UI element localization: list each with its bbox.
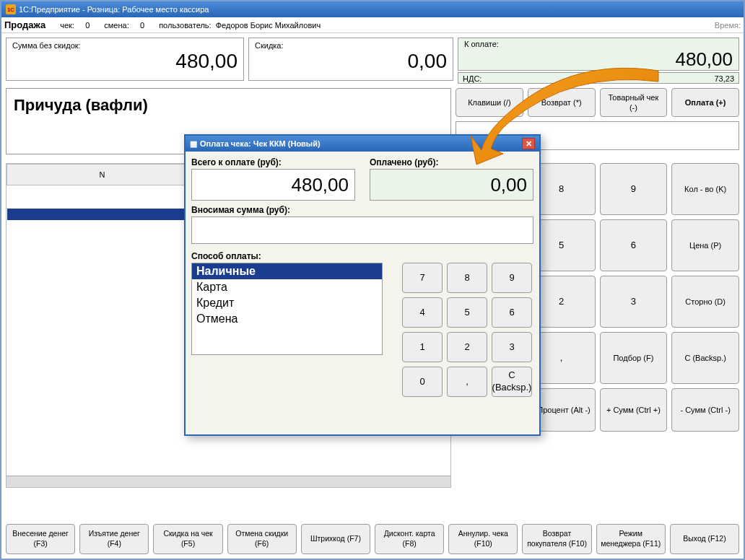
method-card[interactable]: Карта bbox=[192, 279, 382, 295]
fn-Отмена-скидки-F6-[interactable]: Отмена скидки (F6) bbox=[227, 524, 297, 554]
dialog-title-bar[interactable]: ▦ Оплата чека: Чек ККМ (Новый) ✕ bbox=[186, 136, 539, 152]
method-cancel[interactable]: Отмена bbox=[192, 311, 382, 327]
mkey-C-Backsp-[interactable]: C (Backsp.) bbox=[492, 367, 532, 397]
keypad-C-Backsp-[interactable]: C (Backsp.) bbox=[671, 332, 739, 384]
method-credit[interactable]: Кредит bbox=[192, 295, 382, 311]
mode-label: Продажа bbox=[4, 19, 45, 30]
fn-Аннулир-чека-F10-[interactable]: Аннулир. чека (F10) bbox=[448, 524, 518, 554]
mkey-7[interactable]: 7 bbox=[402, 263, 443, 293]
mkey-4[interactable]: 4 bbox=[402, 297, 443, 328]
top-action-buttons: Клавиши (/) Возврат (*) Товарный чек (-)… bbox=[456, 88, 739, 117]
keypad-9[interactable]: 9 bbox=[600, 163, 668, 215]
mkey-0[interactable]: 0 bbox=[402, 367, 443, 397]
pay-button[interactable]: Оплата (+) bbox=[671, 88, 739, 117]
payment-method-list[interactable]: Наличные Карта Кредит Отмена bbox=[191, 263, 383, 355]
discount-box: Скидка: 0,00 bbox=[248, 38, 453, 81]
mkey-3[interactable]: 3 bbox=[492, 332, 532, 362]
keypad--D-[interactable]: Сторно (D) bbox=[671, 276, 739, 328]
receipt-button[interactable]: Товарный чек (-) bbox=[600, 88, 668, 117]
method-cash[interactable]: Наличные bbox=[192, 263, 382, 279]
time-label: Время: bbox=[715, 21, 741, 30]
mkey-2[interactable]: 2 bbox=[447, 332, 487, 362]
return-button[interactable]: Возврат (*) bbox=[528, 88, 596, 117]
keypad-6[interactable]: 6 bbox=[600, 219, 668, 271]
mkey-8[interactable]: 8 bbox=[447, 263, 487, 293]
fn-Скидка-на-чек-F5-[interactable]: Скидка на чек (F5) bbox=[153, 524, 222, 554]
keys-button[interactable]: Клавиши (/) bbox=[456, 88, 523, 117]
close-icon[interactable]: ✕ bbox=[522, 138, 535, 149]
nds-row: НДС: 73,23 bbox=[458, 72, 739, 84]
fn-Режим-менеджера-F11-[interactable]: Режим менеджера (F11) bbox=[596, 524, 666, 554]
modal-keypad: 7894561230,C (Backsp.) bbox=[402, 263, 532, 397]
total-input[interactable] bbox=[191, 169, 355, 201]
keypad--Ctrl-[interactable]: + Сумм (Ctrl +) bbox=[600, 388, 668, 432]
mkey-6[interactable]: 6 bbox=[492, 297, 532, 328]
info-bar: Продажа чек: 0 смена: 0 пользователь: Фе… bbox=[1, 17, 744, 33]
mkey-9[interactable]: 9 bbox=[492, 263, 532, 293]
sum-no-discount-box: Сумма без скидок: 480,00 bbox=[6, 38, 244, 81]
mkey-5[interactable]: 5 bbox=[447, 297, 487, 328]
fn-Выход-F12-[interactable]: Выход (F12) bbox=[670, 524, 739, 554]
mkey--[interactable]: , bbox=[447, 367, 487, 397]
fn-Внесение-денег-F3-[interactable]: Внесение денег (F3) bbox=[6, 524, 75, 554]
keypad--P-[interactable]: Цена (P) bbox=[671, 219, 739, 271]
window-title: 1С:Предприятие - Розница: Рабочее место … bbox=[19, 5, 209, 14]
payment-dialog: ▦ Оплата чека: Чек ККМ (Новый) ✕ Всего к… bbox=[184, 134, 541, 436]
keypad--K-[interactable]: Кол - во (K) bbox=[671, 163, 739, 215]
horizontal-scrollbar[interactable] bbox=[6, 476, 450, 487]
keypad--Ctrl-[interactable]: - Сумм (Ctrl -) bbox=[671, 388, 739, 432]
fn-Дисконт-карта-F8-[interactable]: Дисконт. карта (F8) bbox=[375, 524, 444, 554]
fn-Штрихкод-F7-[interactable]: Штрихкод (F7) bbox=[301, 524, 370, 554]
entry-input[interactable] bbox=[191, 216, 533, 244]
window-title-bar: 1C 1С:Предприятие - Розница: Рабочее мес… bbox=[1, 1, 744, 17]
mkey-1[interactable]: 1 bbox=[402, 332, 443, 362]
fn-Изъятие-денег-F4-[interactable]: Изъятие денег (F4) bbox=[79, 524, 149, 554]
app-icon: 1C bbox=[6, 4, 16, 14]
paid-input[interactable] bbox=[370, 169, 533, 201]
keypad--F-[interactable]: Подбор (F) bbox=[600, 332, 668, 384]
function-bar: Внесение денег (F3)Изъятие денег (F4)Ски… bbox=[6, 524, 739, 554]
calculator-icon: ▦ bbox=[190, 139, 197, 149]
to-pay-box: К оплате: 480,00 bbox=[458, 38, 739, 71]
keypad-3[interactable]: 3 bbox=[600, 276, 668, 328]
fn-Возврат-покупателя-F10-[interactable]: Возврат покупателя (F10) bbox=[522, 524, 591, 554]
